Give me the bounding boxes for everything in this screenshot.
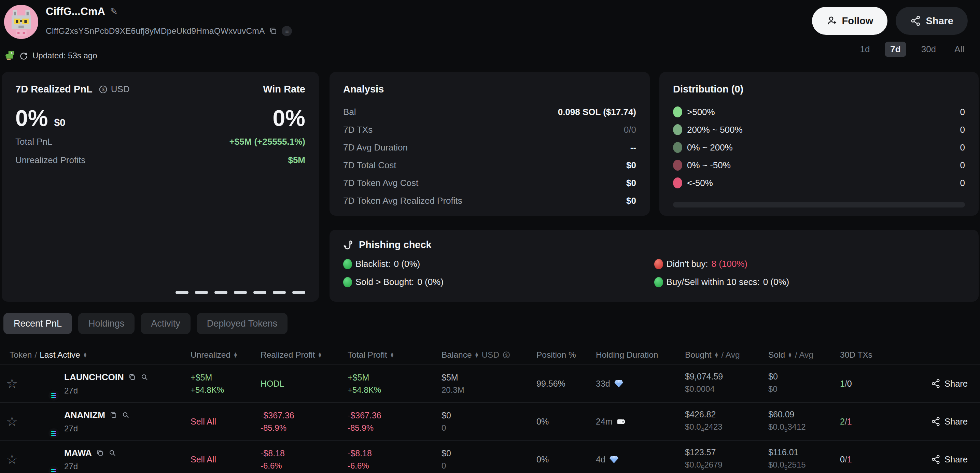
search-icon[interactable] [108, 449, 116, 457]
bucket-dot [673, 178, 682, 188]
table-header: Token/Last Active ▲▼ Unrealized▲▼ Realiz… [0, 345, 980, 365]
analysis-title: Analysis [343, 84, 636, 95]
realized-profit-cell[interactable]: HODL [255, 379, 342, 389]
sold-cell: $116.01$0.052515 [768, 448, 840, 471]
bucket-dot [673, 124, 682, 135]
copy-icon[interactable] [109, 411, 118, 419]
token-logo[interactable] [24, 405, 58, 438]
sort-icon[interactable]: ▲▼ [788, 352, 792, 358]
currency-label[interactable]: USD [111, 84, 263, 95]
win-rate-label: Win Rate [263, 84, 305, 95]
sold-cell: $60.09$0.053412 [768, 410, 840, 433]
header-balance[interactable]: Balance▲▼USD [439, 350, 528, 360]
star-icon[interactable]: ☆ [6, 377, 18, 390]
status-dot [343, 259, 352, 269]
toilet-paper-icon [616, 416, 626, 427]
copy-icon[interactable] [128, 373, 136, 381]
sort-icon[interactable]: ▲▼ [714, 352, 719, 358]
token-logo[interactable] [24, 367, 58, 401]
balance-cell: $5M20.3M [439, 373, 528, 395]
analysis-row: 7D Total Cost$0 [343, 156, 636, 174]
sort-icon[interactable]: ▲▼ [318, 352, 322, 358]
header-realized-profit[interactable]: Realized Profit▲▼ [255, 350, 342, 360]
token-name[interactable]: ANANIZM [64, 410, 105, 421]
analysis-row: 7D Avg Duration-- [343, 138, 636, 156]
row-share-button[interactable]: Share [931, 378, 968, 389]
holding-duration-cell: 33d [589, 378, 683, 389]
status-dot [654, 259, 663, 269]
token-logo[interactable] [24, 442, 58, 473]
range-30d[interactable]: 30d [918, 42, 939, 57]
phishing-item: Blacklist:0 (0%) [343, 259, 654, 269]
balance-cell: $00 [439, 448, 528, 471]
currency-toggle-icon[interactable] [92, 84, 108, 95]
analysis-row: Bal0.098 SOL ($17.74) [343, 103, 636, 121]
position-cell: 0% [528, 455, 589, 465]
sort-icon[interactable]: ▲▼ [390, 352, 395, 358]
copy-address-icon[interactable] [269, 27, 278, 35]
distribution-progress-bar [673, 202, 965, 208]
distribution-row: 200% ~ 500%0 [673, 121, 965, 138]
win-rate-value: 0% [273, 105, 305, 131]
range-7d[interactable]: 7d [885, 42, 906, 57]
phishing-item: Sold > Bought:0 (0%) [343, 277, 654, 287]
bucket-dot [673, 106, 682, 117]
usd-circle-icon[interactable] [502, 351, 511, 359]
diamond-icon [614, 378, 624, 389]
share-icon [931, 454, 941, 465]
tab-recent-pnl[interactable]: Recent PnL [3, 313, 72, 334]
row-share-button[interactable]: Share [931, 454, 968, 465]
range-all[interactable]: All [951, 42, 968, 57]
star-icon[interactable]: ☆ [6, 415, 18, 428]
unrealized-cell[interactable]: Sell All [185, 455, 255, 465]
sort-icon[interactable]: ▲▼ [83, 352, 88, 358]
tab-holdings[interactable]: Holdings [78, 313, 135, 334]
sort-icon[interactable]: ▲▼ [475, 352, 479, 358]
sort-icon[interactable]: ▲▼ [233, 352, 238, 358]
header-unrealized[interactable]: Unrealized▲▼ [185, 350, 255, 360]
header-total-profit[interactable]: Total Profit▲▼ [342, 350, 439, 360]
token-name[interactable]: LAUNCHCOIN [64, 372, 124, 383]
token-row: ☆ MAWA 27d Sell All -$8.18-6.6% -$8.18-6 [0, 441, 980, 473]
range-1d[interactable]: 1d [856, 42, 873, 57]
row-share-button[interactable]: Share [931, 416, 968, 427]
refresh-icon[interactable] [19, 51, 28, 60]
header-sold[interactable]: Sold▲▼/ Avg [768, 350, 840, 360]
unrealized-cell[interactable]: Sell All [185, 417, 255, 427]
total-pnl-value: +$5M (+25555.1%) [229, 137, 305, 147]
tab-activity[interactable]: Activity [141, 313, 191, 334]
notes-icon[interactable]: ≡ [282, 26, 292, 36]
share-button[interactable]: Share [896, 7, 968, 35]
share-icon [931, 416, 941, 427]
header-token-last-active[interactable]: Token/Last Active ▲▼ [0, 350, 185, 360]
unrealized-profits-value: $5M [288, 155, 305, 165]
solana-badge [47, 465, 60, 473]
wallet-address: CiffG2xsYSnPcbD9XE6ufj8yMDpeUkd9HmaQWxvu… [46, 26, 265, 36]
tab-deployed-tokens[interactable]: Deployed Tokens [197, 313, 288, 334]
holding-duration-cell: 4d [589, 454, 683, 465]
token-name[interactable]: MAWA [64, 448, 92, 458]
solana-badge [47, 389, 60, 402]
total-pnl-label: Total PnL [15, 137, 52, 147]
section-tabs: Recent PnL Holdings Activity Deployed To… [3, 313, 288, 334]
analysis-row: 7D Token Avg Cost$0 [343, 174, 636, 192]
search-icon[interactable] [140, 373, 148, 381]
dino-icon [5, 51, 15, 61]
header-bought[interactable]: Bought▲▼/ Avg [683, 350, 768, 360]
star-icon[interactable]: ☆ [6, 453, 18, 466]
search-icon[interactable] [122, 411, 130, 419]
recent-pnl-table: Token/Last Active ▲▼ Unrealized▲▼ Realiz… [0, 345, 980, 473]
bought-cell: $123.57$0.052679 [683, 448, 768, 471]
follow-button[interactable]: Follow [812, 7, 888, 35]
pixel-cat-avatar [4, 5, 38, 39]
diamond-icon [609, 454, 619, 465]
share-icon [910, 15, 922, 27]
sold-cell: $0$0 [768, 371, 840, 395]
edit-icon[interactable]: ✎ [110, 6, 118, 17]
updated-text: Updated: 53s ago [32, 51, 97, 60]
token-row: ☆ ANANIZM 27d Sell All -$367.36-85.9% -$ [0, 403, 980, 441]
copy-icon[interactable] [96, 449, 104, 457]
txs-cell: 2/1 [840, 417, 905, 427]
status-dot [654, 277, 663, 287]
total-profit-cell: -$8.18-6.6% [342, 448, 439, 471]
